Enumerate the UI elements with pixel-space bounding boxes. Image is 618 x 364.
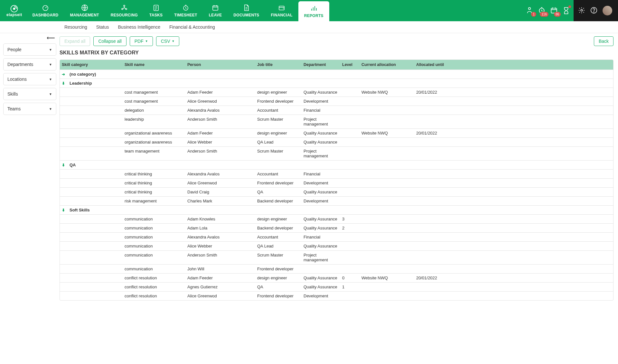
column-header[interactable]: Level: [340, 60, 360, 70]
table-row: conflict resolutionAdam Feederdesign eng…: [60, 273, 613, 282]
table-row: communicationJohn WillFrontend developer: [60, 264, 613, 273]
table-row: risk managementCharles MarkBackend devel…: [60, 196, 613, 205]
table-row: communicationAlexandra AvalosAccountantF…: [60, 232, 613, 241]
column-header[interactable]: Department: [302, 60, 340, 70]
table-row: communicationAlice WebberQA LeadQuality …: [60, 241, 613, 250]
page-title: SKILLS MATRIX BY CATEGORY: [60, 50, 613, 56]
svg-point-4: [124, 5, 125, 6]
skills-table: Skill categorySkill namePersonJob titleD…: [60, 60, 613, 301]
expand-icon: ➜: [62, 72, 66, 77]
nav-documents[interactable]: DOCUMENTS: [228, 0, 265, 21]
table-row: communicationAnderson SmithScrum MasterP…: [60, 250, 613, 264]
expand-all-button[interactable]: Expand all: [60, 36, 90, 46]
nav-leave[interactable]: LEAVE: [203, 0, 228, 21]
chevron-down-icon: ▼: [49, 107, 52, 111]
alert-icon-4[interactable]: [562, 6, 570, 15]
group-row[interactable]: ⬇Soft Skills: [60, 205, 613, 214]
alert-icon-1[interactable]: 1: [525, 6, 534, 15]
alert-icon-2[interactable]: 116: [538, 6, 546, 15]
pdf-button[interactable]: PDF▼: [130, 36, 153, 46]
collapse-all-button[interactable]: Collapse all: [93, 36, 126, 46]
filter-departments[interactable]: Departments▼: [3, 58, 56, 70]
table-row: communicationAdam LolaBackend developerQ…: [60, 223, 613, 232]
chevron-down-icon: ▼: [49, 63, 52, 66]
column-header[interactable]: Person: [185, 60, 255, 70]
chevron-down-icon: ▼: [49, 78, 52, 81]
nav-timesheet[interactable]: TIMESHEET: [168, 0, 203, 21]
chevron-down-icon: ▼: [49, 92, 52, 96]
logo[interactable]: elapseit: [0, 0, 27, 21]
table-row: critical thinkingAlexandra AvalosAccount…: [60, 169, 613, 178]
svg-point-16: [594, 12, 594, 12]
collapse-icon: ⬇: [62, 81, 66, 86]
table-row: conflict resolutionAlice GreenwodFronten…: [60, 291, 613, 300]
nav-tasks[interactable]: TASKS: [144, 0, 168, 21]
column-header[interactable]: Current allocation: [360, 60, 414, 70]
table-row: cost managementAlice GreenwodFrontend de…: [60, 97, 613, 106]
toolbar: Expand all Collapse all PDF▼ CSV▼ Back: [60, 36, 613, 46]
subtab-financial-accounting[interactable]: Financial & Accounting: [169, 24, 215, 30]
svg-rect-10: [279, 6, 284, 10]
filter-people[interactable]: People▼: [3, 43, 56, 56]
table-row: leadershipAnderson SmithScrum MasterProj…: [60, 115, 613, 128]
help-icon[interactable]: [590, 7, 597, 15]
nav-reports[interactable]: REPORTS: [298, 1, 329, 21]
group-row[interactable]: ⬇QA: [60, 160, 613, 169]
table-row: critical thinkingAlice GreenwodFrontend …: [60, 178, 613, 187]
column-header[interactable]: Skill category: [60, 60, 123, 70]
column-header[interactable]: Skill name: [123, 60, 185, 70]
nav-dashboard[interactable]: DASHBOARD: [27, 0, 64, 21]
group-row[interactable]: ➜(no category): [60, 70, 613, 79]
svg-point-1: [14, 8, 15, 9]
chevron-down-icon: ▼: [49, 48, 52, 51]
table-row: conflict resolutionAgnes GutierrezQAQual…: [60, 282, 613, 291]
group-row[interactable]: ⬇Leadership: [60, 79, 613, 88]
alert-icon-3[interactable]: 86: [550, 6, 558, 15]
sub-tabs: ResourcingStatusBusiness IntelligenceFin…: [0, 21, 618, 33]
collapse-icon: ⬇: [62, 163, 66, 167]
svg-rect-9: [213, 6, 218, 10]
table-row: delegationAlexandra AvalosAccountantFina…: [60, 106, 613, 115]
table-row: organizational awarenessAdam Feederdesig…: [60, 128, 613, 137]
csv-button[interactable]: CSV▼: [156, 36, 180, 46]
nav-resourcing[interactable]: RESOURCING: [105, 0, 144, 21]
brand-text: elapseit: [6, 13, 22, 17]
filter-skills[interactable]: Skills▼: [3, 88, 56, 100]
collapse-sidebar-icon[interactable]: ⟵: [3, 34, 56, 43]
nav-management[interactable]: MANAGEMENT: [64, 0, 105, 21]
table-row: team managementAnderson SmithScrum Maste…: [60, 146, 613, 160]
subtab-status[interactable]: Status: [96, 24, 109, 30]
settings-icon[interactable]: [578, 7, 585, 15]
sidebar: ⟵ People▼Departments▼Locations▼Skills▼Te…: [0, 33, 60, 307]
table-row: critical thinkingDavid CraigQAQuality As…: [60, 187, 613, 196]
collapse-icon: ⬇: [62, 208, 66, 212]
svg-point-11: [529, 7, 531, 9]
subtab-resourcing[interactable]: Resourcing: [64, 24, 87, 30]
nav-financial[interactable]: FINANCIAL: [265, 0, 298, 21]
filter-locations[interactable]: Locations▼: [3, 73, 56, 85]
avatar[interactable]: [603, 6, 612, 15]
table-row: communicationAdam Knowlesdesign engineer…: [60, 214, 613, 223]
column-header[interactable]: Job title: [255, 60, 302, 70]
back-button[interactable]: Back: [594, 36, 613, 46]
top-nav: elapseit DASHBOARDMANAGEMENTRESOURCINGTA…: [0, 0, 618, 21]
table-row: cost managementAdam Feederdesign enginee…: [60, 88, 613, 97]
svg-point-14: [581, 9, 583, 11]
column-header[interactable]: Allocated until: [414, 60, 613, 70]
table-row: organizational awarenessAlice WebberQA L…: [60, 137, 613, 146]
filter-teams[interactable]: Teams▼: [3, 103, 56, 115]
subtab-business-intelligence[interactable]: Business Intelligence: [118, 24, 161, 30]
